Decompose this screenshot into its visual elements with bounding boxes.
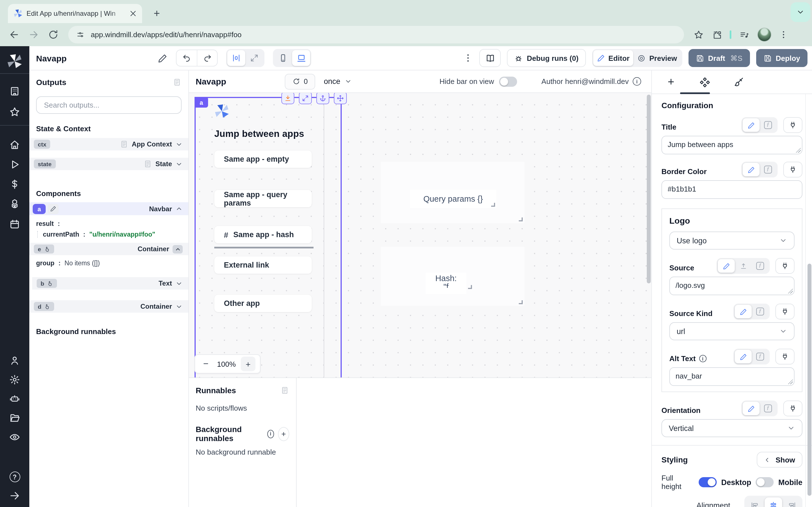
- variables-icon[interactable]: [9, 179, 20, 190]
- fx-mode-button[interactable]: ƒ: [752, 350, 769, 363]
- state-row[interactable]: state State: [29, 158, 188, 170]
- resize-grip[interactable]: [788, 379, 793, 384]
- media-queue-icon[interactable]: [739, 30, 749, 40]
- navbar-component-selection[interactable]: a: [195, 97, 342, 378]
- back-icon[interactable]: [9, 29, 20, 40]
- chevron-down-icon[interactable]: [175, 140, 183, 148]
- resources-icon[interactable]: [9, 198, 20, 210]
- resize-handle[interactable]: [519, 217, 523, 221]
- schedule-dropdown[interactable]: once: [324, 77, 352, 86]
- static-mode-button[interactable]: [735, 305, 752, 318]
- redo-button[interactable]: [197, 50, 217, 66]
- refresh-count-button[interactable]: 0: [285, 73, 315, 89]
- source-kind-select[interactable]: url: [669, 322, 795, 340]
- browser-tab[interactable]: Edit App u/henri/navapp | Win: [8, 4, 142, 23]
- fx-mode-button[interactable]: ƒ: [752, 305, 769, 318]
- expand-component-button[interactable]: [299, 93, 312, 104]
- canvas-scrollbar[interactable]: [647, 95, 651, 283]
- centered-layout-button[interactable]: [227, 50, 245, 66]
- tab-preview[interactable]: Preview: [633, 50, 681, 66]
- nav-link-query-params[interactable]: Same app - query params: [214, 190, 312, 207]
- log-icon[interactable]: [280, 386, 289, 395]
- zoom-out-button[interactable]: −: [200, 359, 212, 369]
- info-icon[interactable]: i: [267, 430, 274, 438]
- workspace-icon[interactable]: [9, 86, 20, 97]
- resize-handle[interactable]: [468, 285, 472, 289]
- tab-editor[interactable]: Editor: [593, 50, 633, 66]
- hide-bar-toggle[interactable]: [499, 76, 517, 87]
- bookmark-star-icon[interactable]: [694, 30, 704, 40]
- nav-link-other-app[interactable]: Other app: [214, 294, 312, 312]
- desktop-view-button[interactable]: [292, 50, 310, 66]
- draft-button[interactable]: Draft⌘S: [688, 49, 750, 67]
- full-width-button[interactable]: [245, 50, 263, 66]
- full-height-desktop-toggle[interactable]: [699, 477, 717, 487]
- align-right-button[interactable]: [783, 497, 801, 507]
- reload-icon[interactable]: [48, 29, 59, 40]
- static-mode-button[interactable]: [735, 350, 752, 363]
- settings-scrollbar[interactable]: [808, 264, 811, 496]
- favorites-star-icon[interactable]: [9, 107, 20, 118]
- move-component-button[interactable]: [334, 93, 347, 104]
- settings-gear-icon[interactable]: [9, 374, 20, 385]
- mobile-view-button[interactable]: [274, 50, 292, 66]
- source-input[interactable]: /logo.svg: [669, 277, 795, 295]
- logo-select[interactable]: Use logo: [669, 231, 795, 249]
- static-mode-button[interactable]: [743, 118, 760, 132]
- extensions-icon[interactable]: [712, 30, 722, 40]
- static-mode-button[interactable]: [743, 402, 760, 415]
- nav-link-empty[interactable]: Same app - empty: [214, 151, 312, 168]
- connect-plug-button[interactable]: [775, 349, 795, 364]
- undo-button[interactable]: [176, 50, 197, 66]
- debug-runs-button[interactable]: Debug runs (0): [507, 49, 586, 67]
- edit-id-button[interactable]: [48, 204, 59, 214]
- tab-styling[interactable]: [733, 76, 744, 88]
- runs-icon[interactable]: [9, 159, 20, 170]
- search-outputs-input[interactable]: [43, 100, 175, 110]
- static-mode-button[interactable]: [743, 163, 760, 176]
- alt-text-input[interactable]: nav_bar: [669, 367, 795, 386]
- docs-button[interactable]: [479, 49, 501, 67]
- more-options-icon[interactable]: [463, 53, 473, 63]
- title-input[interactable]: Jump between apps: [661, 136, 802, 154]
- result-line[interactable]: result:: [36, 220, 182, 227]
- connect-plug-button[interactable]: [775, 258, 795, 274]
- schedules-icon[interactable]: [9, 219, 20, 230]
- connect-plug-button[interactable]: [783, 400, 802, 416]
- zoom-in-button[interactable]: +: [241, 356, 255, 371]
- users-icon[interactable]: [9, 355, 20, 366]
- chevron-down-icon[interactable]: [175, 160, 183, 168]
- help-icon[interactable]: ?: [9, 471, 20, 482]
- hash-text[interactable]: Hash: "f: [426, 273, 466, 294]
- chevron-down-icon[interactable]: [175, 280, 183, 287]
- collapse-sidebar-icon[interactable]: [9, 490, 20, 501]
- tab-component-settings[interactable]: [699, 76, 711, 88]
- orientation-select[interactable]: Vertical: [661, 419, 802, 437]
- border-color-input[interactable]: #b1b1b1: [661, 180, 802, 199]
- fx-mode-button[interactable]: ƒ: [760, 118, 776, 132]
- profile-avatar[interactable]: [757, 27, 771, 42]
- info-icon[interactable]: i: [699, 355, 706, 362]
- browser-menu-icon[interactable]: [779, 30, 788, 40]
- windmill-logo[interactable]: [7, 54, 22, 69]
- connect-plug-button[interactable]: [783, 117, 802, 133]
- deploy-button[interactable]: Deploy: [756, 49, 808, 67]
- audit-eye-icon[interactable]: [9, 432, 20, 443]
- static-mode-button[interactable]: [718, 259, 735, 273]
- connect-plug-button[interactable]: [775, 304, 795, 320]
- new-tab-button[interactable]: +: [150, 7, 163, 20]
- chevron-up-icon[interactable]: [175, 205, 183, 212]
- address-bar[interactable]: app.windmill.dev/apps/edit/u/henri/navap…: [68, 26, 684, 43]
- forward-icon[interactable]: [28, 29, 39, 40]
- currentpath-line[interactable]: currentPath: "u/henri/navapp#foo": [37, 231, 182, 238]
- folders-icon[interactable]: [9, 412, 20, 424]
- resize-handle[interactable]: [519, 300, 523, 304]
- tab-insert-component[interactable]: +: [665, 76, 677, 88]
- ctx-row[interactable]: ctx App Context: [29, 138, 188, 151]
- show-styling-button[interactable]: Show: [757, 452, 802, 467]
- hash-container[interactable]: Hash: "f: [380, 247, 524, 306]
- app-canvas[interactable]: a: [189, 93, 651, 378]
- collapse-chip[interactable]: [172, 245, 183, 253]
- resize-grip[interactable]: [796, 148, 801, 153]
- fill-height-button[interactable]: [282, 93, 294, 104]
